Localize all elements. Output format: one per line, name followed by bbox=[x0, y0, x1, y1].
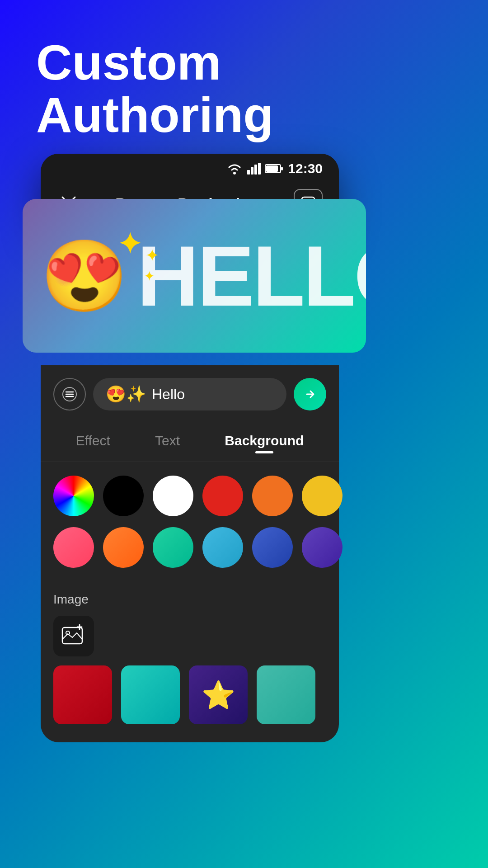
wifi-icon bbox=[226, 163, 243, 175]
color-swatch-blue[interactable] bbox=[252, 527, 293, 568]
thumbnail-cyan[interactable] bbox=[121, 665, 180, 724]
svg-rect-7 bbox=[281, 167, 283, 170]
menu-button[interactable] bbox=[53, 378, 86, 410]
send-button[interactable] bbox=[294, 378, 326, 410]
sparkle-icon-1: ✦ bbox=[118, 227, 141, 260]
tab-text[interactable]: Text bbox=[144, 429, 191, 458]
sparkle-icon-3: ✦ bbox=[144, 268, 155, 284]
svg-rect-6 bbox=[266, 165, 278, 172]
title-line1: Custom bbox=[36, 34, 221, 90]
thumbnail-red[interactable] bbox=[53, 665, 112, 724]
input-row: 😍✨ Hello bbox=[41, 365, 339, 420]
status-time: 12:30 bbox=[288, 161, 323, 176]
status-bar: 12:30 bbox=[41, 154, 339, 180]
input-text-value: Hello bbox=[152, 386, 185, 403]
color-swatch-red[interactable] bbox=[202, 476, 243, 516]
color-swatch-black[interactable] bbox=[103, 476, 144, 516]
image-section: Image bbox=[41, 588, 339, 665]
preview-card: 😍 ✦ ✦ ✦ HELLO bbox=[23, 199, 366, 353]
color-swatch-purple[interactable] bbox=[302, 527, 343, 568]
color-palette bbox=[41, 462, 339, 588]
svg-rect-1 bbox=[247, 170, 250, 175]
tab-indicator bbox=[255, 451, 273, 453]
page-header: Custom Authoring bbox=[36, 36, 273, 141]
svg-point-0 bbox=[233, 172, 236, 175]
input-emoji: 😍✨ bbox=[106, 385, 146, 404]
bottom-panel: 😍✨ Hello Effect Text Background bbox=[41, 365, 339, 742]
tabs-row: Effect Text Background bbox=[41, 420, 339, 462]
battery-icon bbox=[265, 164, 283, 174]
color-swatch-orange2[interactable] bbox=[103, 527, 144, 568]
color-swatch-rainbow[interactable] bbox=[53, 476, 94, 516]
color-swatch-sky[interactable] bbox=[202, 527, 243, 568]
color-row-2 bbox=[53, 527, 326, 568]
signal-icon bbox=[247, 163, 261, 175]
tab-background[interactable]: Background bbox=[214, 429, 314, 458]
image-section-label: Image bbox=[53, 592, 326, 607]
color-swatch-orange[interactable] bbox=[252, 476, 293, 516]
title-line2: Authoring bbox=[36, 87, 273, 142]
svg-rect-4 bbox=[258, 163, 261, 175]
status-icons: 12:30 bbox=[226, 161, 323, 176]
tab-effect[interactable]: Effect bbox=[65, 429, 121, 458]
sparkle-icon-2: ✦ bbox=[145, 245, 160, 265]
color-swatch-white[interactable] bbox=[153, 476, 193, 516]
add-image-button[interactable] bbox=[53, 616, 94, 656]
color-swatch-pink[interactable] bbox=[53, 527, 94, 568]
page-title: Custom Authoring bbox=[36, 36, 273, 141]
color-swatch-yellow[interactable] bbox=[302, 476, 343, 516]
thumbnail-star[interactable]: ⭐ bbox=[189, 665, 248, 724]
svg-rect-3 bbox=[254, 165, 257, 175]
thumbnail-row: ⭐ bbox=[41, 665, 339, 724]
color-row-1 bbox=[53, 476, 326, 516]
thumbnail-teal2[interactable] bbox=[257, 665, 315, 724]
text-input-field[interactable]: 😍✨ Hello bbox=[93, 378, 286, 410]
color-swatch-teal[interactable] bbox=[153, 527, 193, 568]
preview-hello-text: HELLO bbox=[137, 233, 366, 319]
preview-emoji: 😍 bbox=[41, 237, 128, 315]
svg-rect-2 bbox=[251, 167, 253, 175]
